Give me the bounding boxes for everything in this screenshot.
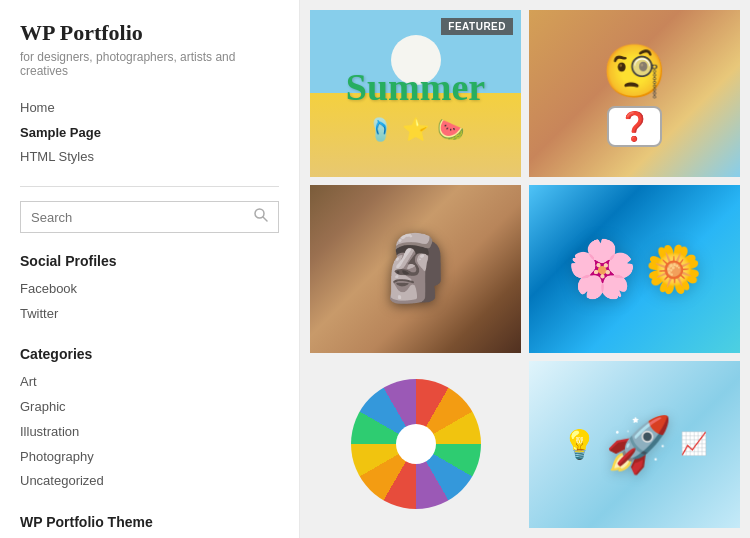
category-graphic[interactable]: Graphic — [20, 395, 279, 420]
rocket-display: 💡 🚀 📈 — [562, 413, 707, 476]
sidebar: WP Portfolio for designers, photographer… — [0, 0, 300, 538]
nav-divider — [20, 186, 279, 187]
categories-title: Categories — [20, 346, 279, 362]
portfolio-item-summer[interactable]: Summer 🩴⭐🍉 FEATURED — [310, 10, 521, 177]
portfolio-item-rocket[interactable]: 💡 🚀 📈 — [529, 361, 740, 528]
portfolio-item-buddha[interactable]: 🗿 — [310, 185, 521, 352]
theme-section: WP Portfolio Theme WP Portfolio is a Sim… — [20, 514, 279, 538]
portfolio-item-flower[interactable]: 🌸 🌼 — [529, 185, 740, 352]
buddha-icon: 🗿 — [376, 231, 456, 306]
portfolio-grid: Summer 🩴⭐🍉 FEATURED 🧐 ❓ 🗿 🌸 🌼 — [300, 0, 750, 538]
sidebar-nav: Home Sample Page HTML Styles — [20, 96, 279, 170]
search-box — [20, 201, 279, 233]
nav-html-styles[interactable]: HTML Styles — [20, 145, 279, 170]
pencil-circle — [351, 379, 481, 509]
nav-sample-page[interactable]: Sample Page — [20, 121, 279, 146]
category-illustration[interactable]: Illustration — [20, 420, 279, 445]
featured-badge: FEATURED — [441, 18, 513, 35]
summer-icons: 🩴⭐🍉 — [367, 117, 464, 143]
summer-text: Summer — [346, 65, 485, 109]
social-facebook[interactable]: Facebook — [20, 277, 279, 302]
category-uncategorized[interactable]: Uncategorized — [20, 469, 279, 494]
portfolio-item-pencils[interactable] — [310, 361, 521, 528]
social-twitter[interactable]: Twitter — [20, 302, 279, 327]
site-title: WP Portfolio — [20, 20, 279, 46]
social-section: Social Profiles Facebook Twitter — [20, 253, 279, 326]
search-icon[interactable] — [254, 208, 268, 226]
category-art[interactable]: Art — [20, 370, 279, 395]
cartoon-figure: 🧐 ❓ — [602, 41, 667, 147]
site-subtitle: for designers, photographers, artists an… — [20, 50, 279, 78]
social-title: Social Profiles — [20, 253, 279, 269]
category-photography[interactable]: Photography — [20, 445, 279, 470]
svg-line-1 — [263, 217, 267, 221]
categories-section: Categories Art Graphic Illustration Phot… — [20, 346, 279, 493]
theme-title: WP Portfolio Theme — [20, 514, 279, 530]
nav-home[interactable]: Home — [20, 96, 279, 121]
portfolio-item-cartoon[interactable]: 🧐 ❓ — [529, 10, 740, 177]
flower-display: 🌸 🌼 — [567, 236, 702, 302]
search-input[interactable] — [31, 210, 254, 225]
